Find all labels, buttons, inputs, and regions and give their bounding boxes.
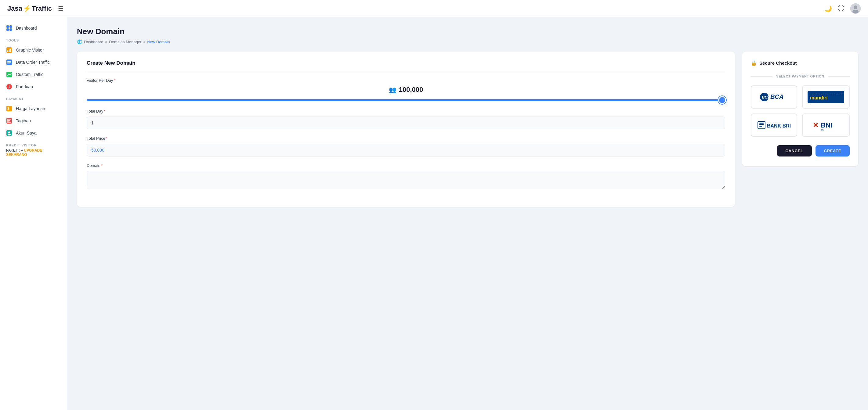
- divider-line-right: [828, 76, 850, 76]
- sidebar-item-harga-label: Harga Layanan: [16, 106, 45, 111]
- svg-text:$: $: [7, 106, 9, 111]
- svg-rect-36: [760, 124, 764, 125]
- payment-option-bni[interactable]: ✕ BNI 46: [802, 114, 850, 137]
- visitor-slider[interactable]: [87, 99, 725, 101]
- graphic-visitor-icon: [6, 47, 12, 53]
- secure-checkout-label: Secure Checkout: [760, 60, 797, 66]
- payment-option-bca[interactable]: BCA BCA: [751, 86, 797, 108]
- visitor-value: 100,000: [399, 86, 423, 94]
- avatar[interactable]: [850, 3, 861, 14]
- breadcrumb-sep1: »: [105, 40, 107, 44]
- sidebar-item-data-order-label: Data Order Traffic: [16, 60, 50, 65]
- svg-point-27: [8, 134, 11, 135]
- payment-card: 🔒 Secure Checkout SELECT PAYMENT OPTION …: [742, 52, 858, 166]
- create-button[interactable]: CREATE: [815, 145, 850, 157]
- mandiri-logo: ~~~~~~~~~~~~~~~~~~ mandiri: [808, 91, 844, 103]
- svg-rect-4: [9, 25, 12, 28]
- visitor-per-day-group: Visitor Per Day* 👥 100,000: [87, 78, 725, 102]
- svg-point-1: [854, 5, 857, 9]
- svg-rect-8: [7, 50, 8, 52]
- svg-point-2: [852, 10, 859, 13]
- custom-traffic-icon: [6, 71, 12, 77]
- svg-rect-3: [6, 25, 9, 28]
- svg-text:46: 46: [821, 128, 824, 131]
- sidebar-item-harga-layanan[interactable]: $ Harga Layanan: [0, 102, 67, 115]
- sidebar-item-data-order-traffic[interactable]: Data Order Traffic: [0, 56, 67, 68]
- dark-mode-icon[interactable]: 🌙: [824, 5, 832, 12]
- breadcrumb-dashboard[interactable]: Dashboard: [84, 40, 103, 44]
- panduan-icon: [6, 84, 12, 90]
- domain-input[interactable]: [87, 171, 725, 189]
- hamburger-menu-icon[interactable]: ☰: [58, 5, 63, 12]
- breadcrumb-globe-icon: 🌐: [77, 39, 82, 44]
- sidebar-item-custom-traffic-label: Custom Traffic: [16, 72, 43, 77]
- bca-logo: BCA BCA: [759, 91, 789, 103]
- paket-label: PAKET : –: [6, 148, 23, 153]
- visitor-display: 👥 100,000: [87, 86, 725, 94]
- domain-label: Domain*: [87, 163, 725, 168]
- slider-container: [87, 97, 725, 102]
- logo-bolt: ⚡: [23, 5, 31, 12]
- kredit-section: KREDIT VISITOR PAKET : – UPGRADE SEKARAN…: [0, 139, 67, 159]
- svg-rect-24: [8, 121, 9, 122]
- svg-rect-35: [760, 123, 764, 124]
- svg-rect-5: [6, 28, 9, 31]
- svg-point-26: [8, 131, 10, 133]
- breadcrumb-new-domain[interactable]: New Domain: [147, 40, 170, 44]
- sidebar: Dashboard TOOLS Graphic Visitor Data Ord…: [0, 17, 67, 410]
- sidebar-item-tagihan[interactable]: Tagihan: [0, 115, 67, 127]
- svg-rect-17: [9, 85, 9, 86]
- total-price-label: Total Price*: [87, 136, 725, 140]
- svg-rect-14: [7, 63, 10, 63]
- total-day-group: Total Day*: [87, 109, 725, 129]
- form-card-title: Create New Domain: [87, 60, 725, 71]
- sidebar-item-graphic-visitor-label: Graphic Visitor: [16, 48, 44, 53]
- divider-line-left: [751, 76, 772, 76]
- paket-line: PAKET : – UPGRADE SEKARANG: [6, 148, 61, 157]
- data-order-traffic-icon: [6, 59, 12, 65]
- svg-text:mandiri: mandiri: [810, 95, 828, 100]
- svg-rect-37: [760, 126, 762, 127]
- tagihan-icon: [6, 118, 12, 124]
- sidebar-item-panduan[interactable]: Panduan: [0, 81, 67, 93]
- sidebar-item-dashboard-label: Dashboard: [16, 26, 37, 31]
- header: Jasa⚡Traffic ☰ 🌙 ⛶: [0, 0, 868, 17]
- breadcrumb: 🌐 Dashboard » Domains Manager » New Doma…: [77, 39, 858, 44]
- akun-saya-icon: [6, 130, 12, 136]
- total-price-group: Total Price*: [87, 136, 725, 157]
- svg-text:✕: ✕: [813, 121, 818, 129]
- svg-text:BANK BRI: BANK BRI: [767, 123, 791, 128]
- domain-group: Domain*: [87, 163, 725, 190]
- sidebar-item-akun-saya[interactable]: Akun Saya: [0, 127, 67, 139]
- sidebar-item-panduan-label: Panduan: [16, 84, 33, 89]
- main-content: New Domain 🌐 Dashboard » Domains Manager…: [67, 17, 868, 410]
- tools-section-label: TOOLS: [0, 34, 67, 44]
- cancel-button[interactable]: CANCEL: [777, 145, 812, 157]
- sidebar-item-akun-label: Akun Saya: [16, 131, 37, 135]
- svg-text:BNI: BNI: [821, 121, 832, 129]
- header-right: 🌙 ⛶: [824, 3, 861, 14]
- header-left: Jasa⚡Traffic ☰: [7, 5, 63, 12]
- payment-option-mandiri[interactable]: ~~~~~~~~~~~~~~~~~~ mandiri: [802, 86, 850, 108]
- bni-logo: ✕ BNI 46: [812, 119, 840, 131]
- sidebar-item-dashboard[interactable]: Dashboard: [0, 22, 67, 34]
- total-day-label: Total Day*: [87, 109, 725, 114]
- total-day-input[interactable]: [87, 117, 725, 129]
- svg-rect-6: [9, 28, 12, 31]
- svg-rect-10: [10, 49, 11, 52]
- svg-rect-13: [7, 62, 11, 63]
- svg-rect-12: [7, 61, 11, 62]
- secure-checkout: 🔒 Secure Checkout: [751, 60, 850, 66]
- total-price-input: [87, 144, 725, 157]
- visitors-icon: 👥: [389, 86, 397, 93]
- payment-options-grid: BCA BCA ~~~~~~~~~~~~~~~~~~ mandiri: [751, 86, 850, 137]
- sidebar-item-custom-traffic[interactable]: Custom Traffic: [0, 68, 67, 81]
- breadcrumb-domains-manager[interactable]: Domains Manager: [109, 40, 141, 44]
- payment-option-bri[interactable]: BANK BRI: [751, 114, 797, 137]
- kredit-section-label: KREDIT VISITOR: [6, 144, 61, 147]
- sidebar-item-graphic-visitor[interactable]: Graphic Visitor: [0, 44, 67, 56]
- harga-layanan-icon: $: [6, 105, 12, 112]
- logo-text-jasa: Jasa: [7, 5, 22, 12]
- fullscreen-icon[interactable]: ⛶: [838, 5, 844, 12]
- payment-section-label: PAYMENT: [0, 93, 67, 102]
